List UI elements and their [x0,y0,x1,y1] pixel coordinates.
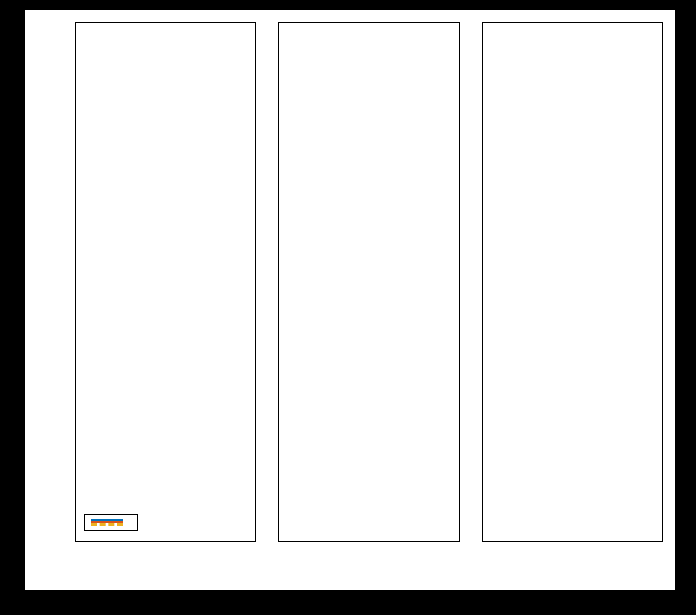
panel-O12: 10-2 100 102 [278,22,459,542]
panel-titles [75,0,663,20]
panel-title-O13 [482,0,663,20]
panel-O13: 10-2 100 102 [482,22,663,542]
y-tick-labels [39,22,73,542]
plot-O12 [279,23,458,541]
canvas: 10-2 100 102 10-2 100 102 10-2 100 102 [0,0,696,615]
plot-O11 [76,23,255,541]
legend-swatch-svd [91,523,123,526]
panel-title-O12 [278,0,459,20]
plot-O13 [483,23,662,541]
legend-item-svd [91,523,129,526]
panels-row: 10-2 100 102 10-2 100 102 10-2 100 102 [75,22,663,542]
panel-O11: 10-2 100 102 [75,22,256,542]
panel-title-O11 [75,0,256,20]
figure: 10-2 100 102 10-2 100 102 10-2 100 102 [25,10,675,590]
legend [84,514,138,531]
